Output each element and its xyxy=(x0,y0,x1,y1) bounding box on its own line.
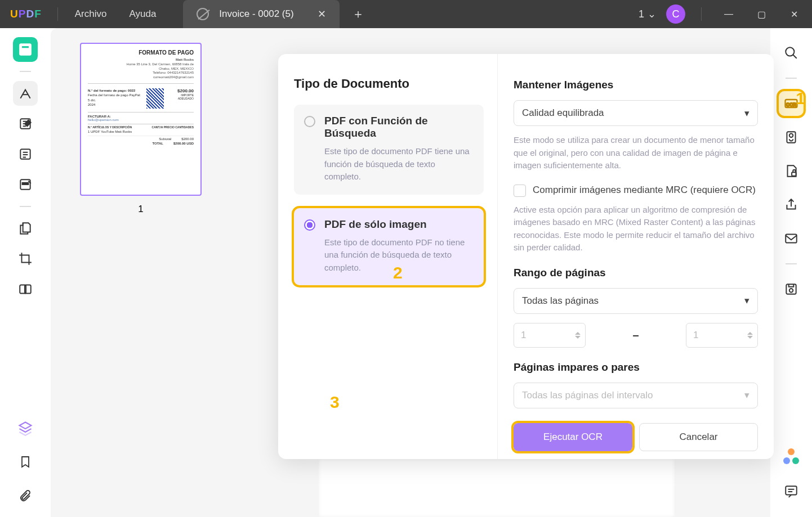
divider xyxy=(786,263,797,264)
divider xyxy=(786,78,797,79)
svg-point-8 xyxy=(786,47,794,56)
avatar[interactable]: C xyxy=(666,5,685,24)
spinner-up-icon[interactable] xyxy=(575,332,581,335)
app-logo: U P D F xyxy=(0,8,52,20)
chevron-down-icon: ▾ xyxy=(744,107,749,119)
svg-rect-13 xyxy=(786,234,797,242)
ai-assistant-tool[interactable] xyxy=(779,444,804,469)
logo-p: P xyxy=(19,8,26,20)
new-tab-button[interactable]: ＋ xyxy=(352,6,364,23)
mrc-label: Comprimir imágenes mediante MRC (requier… xyxy=(533,185,756,196)
document-tab[interactable]: Invoice - 0002 (5) ✕ xyxy=(183,0,339,28)
main-body: FORMATO DE PAGO Matt Rocks Home 35 Line … xyxy=(0,28,812,517)
attachment-tool[interactable] xyxy=(13,483,38,508)
spinner-down-icon[interactable] xyxy=(575,336,581,339)
chevron-down-icon: ▾ xyxy=(744,295,749,307)
convert-tool[interactable] xyxy=(779,125,804,150)
close-icon[interactable]: ✕ xyxy=(318,8,326,20)
comment-tool[interactable] xyxy=(779,479,804,503)
radio-icon xyxy=(304,116,315,127)
divider xyxy=(20,71,31,72)
chevron-down-icon: ▾ xyxy=(744,389,749,401)
odd-even-label: Páginas impares o pares xyxy=(514,361,758,374)
close-button[interactable]: ✕ xyxy=(783,9,805,20)
minimize-button[interactable]: — xyxy=(717,9,740,19)
left-toolbar xyxy=(0,28,51,517)
option-title: PDF con Función de Búsqueda xyxy=(324,115,472,140)
thumbnails-tool[interactable] xyxy=(13,37,38,62)
select-value: Calidad equilibrada xyxy=(522,107,604,119)
logo-u: U xyxy=(10,8,19,20)
document-canvas: FORMATO DE PAGO Matt Rocks Home 35 Line … xyxy=(51,28,770,517)
mrc-checkbox[interactable] xyxy=(514,185,526,197)
thumb-address: Matt Rocks Home 35 Line 3, Del Carmen, 6… xyxy=(88,58,194,80)
maximize-button[interactable]: ▢ xyxy=(750,9,773,20)
crop-tool[interactable] xyxy=(13,246,38,271)
select-value: Todas las páginas del intervalo xyxy=(522,390,653,401)
logo-f: F xyxy=(34,8,42,20)
layers-tool[interactable] xyxy=(13,416,38,440)
save-tool[interactable] xyxy=(779,277,804,302)
callout-2: 2 xyxy=(393,263,403,282)
page-organize-tool[interactable] xyxy=(13,216,38,241)
qr-code-icon xyxy=(146,88,164,109)
cancel-button[interactable]: Cancelar xyxy=(639,423,758,451)
compare-tool[interactable] xyxy=(13,277,38,302)
ai-icon xyxy=(783,448,799,464)
bookmark-tool[interactable] xyxy=(13,449,38,474)
highlighter-tool[interactable] xyxy=(13,81,38,106)
spinner-down-icon[interactable] xyxy=(747,336,753,339)
svg-rect-16 xyxy=(786,486,797,494)
option-desc: Este tipo de documento PDF tiene una fun… xyxy=(324,145,472,183)
select-value: Todas las páginas xyxy=(522,295,599,307)
thumbnail-panel: FORMATO DE PAGO Matt Rocks Home 35 Line … xyxy=(56,34,225,215)
divider xyxy=(701,7,702,21)
divider xyxy=(20,206,31,207)
option-image-only-pdf[interactable]: PDF de sólo imagen Este tipo de document… xyxy=(294,208,484,286)
doc-type-heading: Tipo de Documento xyxy=(294,77,484,91)
option-searchable-pdf[interactable]: PDF con Función de Búsqueda Este tipo de… xyxy=(294,105,484,195)
page-number-label: 1 xyxy=(639,8,644,20)
menu-file[interactable]: Archivo xyxy=(64,8,118,20)
page-from-input[interactable]: 1 xyxy=(514,323,586,348)
ocr-dialog: Tipo de Documento PDF con Función de Bús… xyxy=(278,54,774,459)
radio-icon xyxy=(304,219,315,231)
spinner-up-icon[interactable] xyxy=(747,332,753,335)
odd-even-select[interactable]: Todas las páginas del intervalo ▾ xyxy=(514,383,758,408)
chevron-down-icon: ⌄ xyxy=(648,8,656,20)
page-to-input[interactable]: 1 xyxy=(686,323,758,348)
input-value: 1 xyxy=(693,330,698,341)
page-preview-strip xyxy=(319,459,675,517)
redact-tool[interactable] xyxy=(13,172,38,197)
right-toolbar: OCR xyxy=(770,28,812,517)
svg-rect-1 xyxy=(22,46,29,48)
share-tool[interactable] xyxy=(779,192,804,217)
keep-images-label: Mantener Imágenes xyxy=(514,79,758,91)
quality-help-text: Este modo se utiliza para crear un docum… xyxy=(514,134,758,172)
page-thumbnail[interactable]: FORMATO DE PAGO Matt Rocks Home 35 Line … xyxy=(80,43,202,196)
image-quality-select[interactable]: Calidad equilibrada ▾ xyxy=(514,100,758,126)
menu-help[interactable]: Ayuda xyxy=(118,8,167,20)
mrc-help-text: Active esta opción para aplicar un algor… xyxy=(514,204,758,254)
search-tool[interactable] xyxy=(779,41,804,65)
logo-d: D xyxy=(26,8,34,20)
page-range-select[interactable]: Todas las páginas ▾ xyxy=(514,288,758,314)
run-ocr-button[interactable]: Ejecutar OCR xyxy=(514,423,632,451)
page-indicator[interactable]: 1 ⌄ xyxy=(639,8,656,20)
titlebar-right: 1 ⌄ C — ▢ ✕ xyxy=(639,5,812,24)
page-range-label: Rango de páginas xyxy=(514,267,758,279)
svg-text:OCR: OCR xyxy=(786,102,796,107)
ocr-doc-type-section: Tipo de Documento PDF con Función de Bús… xyxy=(278,54,498,459)
svg-rect-12 xyxy=(792,172,796,176)
text-edit-tool[interactable] xyxy=(13,111,38,136)
thumbnail-page-number: 1 xyxy=(56,204,225,215)
option-title: PDF de sólo imagen xyxy=(324,218,472,231)
thumb-title: FORMATO DE PAGO xyxy=(88,50,194,56)
svg-rect-5 xyxy=(23,183,29,185)
email-tool[interactable] xyxy=(779,226,804,251)
titlebar: U P D F Archivo Ayuda Invoice - 0002 (5)… xyxy=(0,0,812,28)
ocr-options-section: Mantener Imágenes Calidad equilibrada ▾ … xyxy=(498,54,774,459)
protect-tool[interactable] xyxy=(779,159,804,183)
range-dash: – xyxy=(597,329,675,341)
form-tool[interactable] xyxy=(13,142,38,167)
